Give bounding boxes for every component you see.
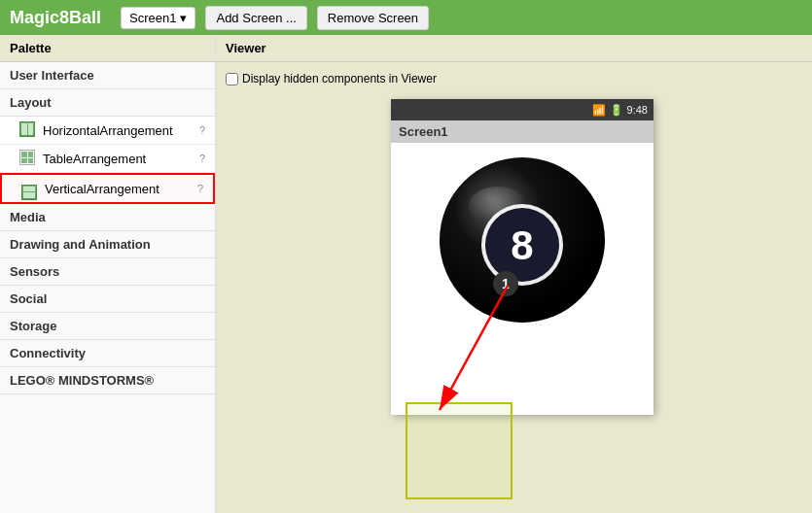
palette-item-vertical[interactable]: VerticalArrangement ? [0,173,215,204]
sidebar-item-social[interactable]: Social [0,286,215,313]
phone-screen-body: 8 [391,143,653,415]
phone-empty-area [401,327,644,405]
dropdown-arrow-icon: ▾ [180,11,187,25]
sidebar-item-storage[interactable]: Storage [0,313,215,340]
app-title: Magic8Ball [10,8,101,28]
sidebar-item-label: LEGO® MINDSTORMS® [10,373,154,388]
vertical-arrangement-label: VerticalArrangement [45,182,192,196]
sidebar-item-label: Drawing and Animation [10,237,151,252]
phone-status-bar: 📶 🔋 9:48 [391,99,653,120]
vertical-arrangement-icon [21,180,39,197]
sidebar-item-label: Connectivity [10,346,86,360]
display-hidden-row: Display hidden components in Viewer [226,72,802,86]
table-arrangement-icon [19,150,37,167]
sidebar-item-label: Social [10,291,47,306]
sidebar-item-sensors[interactable]: Sensors [0,258,215,286]
horizontal-arrangement-label: HorizontalArrangement [43,123,194,138]
sidebar-item-media[interactable]: Media [0,204,215,231]
layout-items: HorizontalArrangement ? TableArrangement… [0,117,215,204]
app-header: Magic8Ball Screen1 ▾ Add Screen ... Remo… [0,0,812,35]
phone-mockup: 📶 🔋 9:48 Screen1 [391,99,653,415]
sidebar-item-user-interface[interactable]: User Interface [0,62,215,89]
viewer-header: Viewer [216,35,812,62]
battery-icon: 🔋 [610,104,623,117]
remove-screen-button[interactable]: Remove Screen [317,6,429,30]
viewer-area: Viewer Display hidden components in View… [216,35,812,513]
palette-item-horizontal[interactable]: HorizontalArrangement ? [0,117,215,145]
sidebar-item-lego[interactable]: LEGO® MINDSTORMS® [0,367,215,394]
screen-dropdown[interactable]: Screen1 ▾ [121,7,195,29]
help-icon-table[interactable]: ? [199,153,205,164]
table-arrangement-label: TableArrangement [43,152,194,166]
horizontal-arrangement-icon [19,121,37,139]
sidebar-palette: Palette User Interface Layout Horizontal… [0,35,216,513]
sidebar-item-connectivity[interactable]: Connectivity [0,340,215,367]
palette-item-table[interactable]: TableArrangement ? [0,145,215,173]
svg-text:8: 8 [511,222,533,268]
sidebar-item-drawing-animation[interactable]: Drawing and Animation [0,231,215,258]
help-icon-horizontal[interactable]: ? [199,124,205,136]
display-hidden-checkbox[interactable] [226,73,238,86]
main-layout: Palette User Interface Layout Horizontal… [0,35,812,513]
magic8ball-image: 8 [435,153,610,327]
display-hidden-label: Display hidden components in Viewer [242,72,437,86]
sidebar-item-layout[interactable]: Layout [0,89,215,117]
help-icon-vertical[interactable]: ? [197,183,203,194]
drop-target-box[interactable] [406,402,512,499]
sidebar-item-label: Media [10,210,46,224]
wifi-icon: 📶 [592,104,606,117]
sidebar-item-label: User Interface [10,68,94,83]
sidebar-item-label: Sensors [10,264,59,279]
phone-screen-title: Screen1 [391,120,653,143]
sidebar-item-label: Layout [10,95,52,110]
palette-header: Palette [0,35,215,62]
step-badge: 1 [493,271,518,296]
screen-dropdown-label: Screen1 [129,11,176,25]
add-screen-button[interactable]: Add Screen ... [205,6,306,30]
viewer-content: Display hidden components in Viewer 📶 🔋 … [216,62,812,509]
status-time: 9:48 [627,104,648,116]
sidebar-item-label: Storage [10,319,56,333]
